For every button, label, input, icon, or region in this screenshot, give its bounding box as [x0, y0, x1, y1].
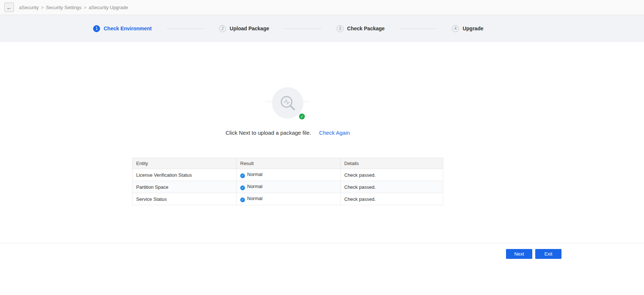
step-number-badge: 4 — [452, 25, 459, 32]
normal-status-icon: ✓ — [240, 198, 245, 202]
details-cell: Check passed. — [341, 169, 443, 181]
step-number-badge: 1 — [93, 25, 100, 32]
step-connector — [400, 28, 437, 29]
step-number-badge: 2 — [219, 25, 226, 32]
top-bar: ← aSecurity > Security Settings > aSecur… — [0, 0, 644, 15]
table-row: License Verification Status ✓Normal Chec… — [133, 169, 443, 181]
result-text: Normal — [247, 184, 262, 189]
result-text: Normal — [247, 172, 262, 177]
check-again-link[interactable]: Check Again — [319, 130, 350, 136]
breadcrumb-separator: > — [41, 5, 44, 10]
entity-cell: Service Status — [133, 193, 237, 205]
breadcrumb-separator: > — [84, 5, 87, 10]
step-label: Upgrade — [463, 26, 483, 31]
step-label: Check Package — [347, 26, 385, 31]
wizard-stepper: 1 Check Environment 2 Upload Package 3 C… — [0, 15, 644, 42]
normal-status-icon: ✓ — [240, 185, 245, 190]
step-number-badge: 3 — [337, 25, 344, 32]
column-header-entity: Entity — [133, 158, 237, 169]
step-label: Check Environment — [104, 26, 152, 31]
step-label: Upload Package — [230, 26, 269, 31]
check-result-illustration: ✓ — [265, 87, 310, 120]
success-check-badge-icon: ✓ — [298, 113, 306, 120]
result-cell: ✓Normal — [237, 181, 341, 193]
magnifier-icon — [279, 95, 296, 111]
entity-cell: Partition Space — [133, 181, 237, 193]
table-row: Partition Space ✓Normal Check passed. — [133, 181, 443, 193]
main-content: ✓ Click Next to upload a package file. C… — [0, 87, 575, 205]
step-connector — [167, 28, 204, 29]
next-button[interactable]: Next — [506, 249, 532, 259]
normal-status-icon: ✓ — [240, 173, 245, 178]
column-header-result: Result — [237, 158, 341, 169]
footer-bar: Next Exit — [0, 243, 644, 295]
step-upgrade: 4 Upgrade — [452, 25, 483, 32]
table-row: Service Status ✓Normal Check passed. — [133, 193, 443, 205]
breadcrumb-item-security-settings[interactable]: Security Settings — [46, 5, 82, 10]
result-cell: ✓Normal — [237, 169, 341, 181]
entity-cell: License Verification Status — [133, 169, 237, 181]
breadcrumb: aSecurity > Security Settings > aSecurit… — [19, 5, 128, 10]
table-header-row: Entity Result Details — [133, 158, 443, 169]
step-check-package: 3 Check Package — [337, 25, 385, 32]
environment-check-table: Entity Result Details License Verificati… — [132, 158, 443, 205]
exit-button[interactable]: Exit — [535, 249, 561, 259]
step-upload-package: 2 Upload Package — [219, 25, 269, 32]
result-text: Normal — [247, 196, 262, 201]
details-cell: Check passed. — [341, 193, 443, 205]
status-message-row: Click Next to upload a package file. Che… — [0, 130, 575, 136]
footer-buttons: Next Exit — [0, 243, 644, 259]
breadcrumb-item-asecurity[interactable]: aSecurity — [19, 5, 39, 10]
back-arrow-icon: ← — [7, 5, 12, 10]
column-header-details: Details — [341, 158, 443, 169]
step-check-environment: 1 Check Environment — [93, 25, 152, 32]
result-cell: ✓Normal — [237, 193, 341, 205]
step-connector — [284, 28, 321, 29]
status-message: Click Next to upload a package file. — [226, 130, 311, 136]
back-button[interactable]: ← — [4, 3, 14, 12]
details-cell: Check passed. — [341, 181, 443, 193]
breadcrumb-item-asecurity-upgrade: aSecurity Upgrade — [89, 5, 128, 10]
